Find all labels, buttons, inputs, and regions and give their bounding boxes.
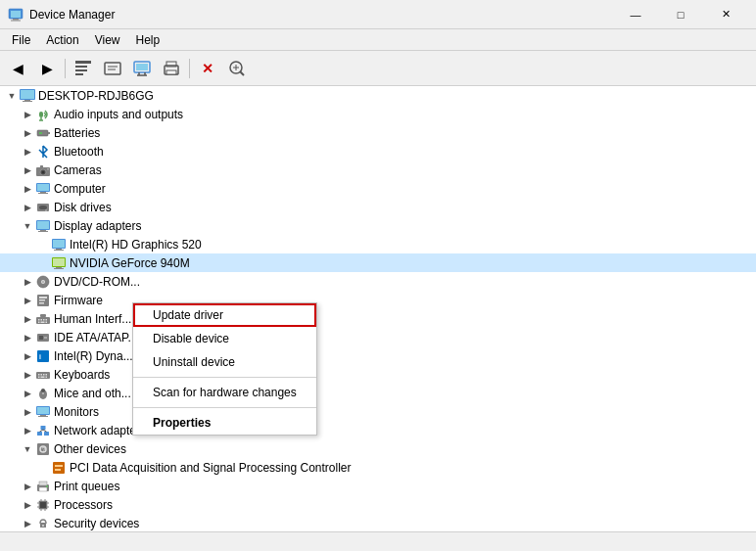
computer-expand[interactable]: ▶ xyxy=(20,181,35,197)
keyboards-expand[interactable]: ▶ xyxy=(20,367,35,383)
svg-rect-81 xyxy=(43,374,45,376)
ideata-expand[interactable]: ▶ xyxy=(20,330,35,345)
processors-expand[interactable]: ▶ xyxy=(20,497,35,513)
tree-item-diskdrives[interactable]: ▶ Disk drives xyxy=(0,198,756,216)
tree-item-otherdevices[interactable]: ▼ ? Other devices xyxy=(0,439,756,458)
svg-text:i: i xyxy=(39,353,41,360)
svg-rect-30 xyxy=(37,130,48,136)
context-menu-uninstall-device[interactable]: Uninstall device xyxy=(133,350,316,374)
tree-item-humaninterf[interactable]: ▶ Human Interf... xyxy=(0,309,756,328)
svg-rect-32 xyxy=(39,132,42,134)
svg-rect-6 xyxy=(75,69,87,71)
tree-item-intel-hd[interactable]: Intel(R) HD Graphics 520 xyxy=(0,235,756,253)
svg-line-97 xyxy=(43,430,47,432)
tree-item-keyboards[interactable]: ▶ Keyboards xyxy=(0,365,756,384)
printqueues-icon xyxy=(35,479,51,494)
mice-expand[interactable]: ▶ xyxy=(20,386,35,401)
toolbar-print[interactable] xyxy=(158,55,185,82)
displayadapters-label: Display adapters xyxy=(54,219,141,233)
toolbar-collapse[interactable] xyxy=(70,55,97,82)
processors-icon xyxy=(35,497,51,513)
diskdrives-label: Disk drives xyxy=(54,201,112,214)
dvd-label: DVD/CD-ROM... xyxy=(54,275,140,289)
svg-rect-40 xyxy=(40,192,46,193)
close-button[interactable]: ✕ xyxy=(703,0,748,29)
tree-item-processors[interactable]: ▶ Processors xyxy=(0,495,756,514)
menu-help[interactable]: Help xyxy=(128,31,168,49)
tree-view[interactable]: ▼ DESKTOP-RDJB6GG ▶ xyxy=(0,86,756,531)
minimize-button[interactable]: — xyxy=(613,0,658,29)
tree-item-bluetooth[interactable]: ▶ Bluetooth xyxy=(0,142,756,161)
svg-point-88 xyxy=(41,389,45,392)
tree-item-dvd[interactable]: ▶ DVD/CD-ROM... xyxy=(0,272,756,291)
svg-rect-67 xyxy=(43,319,45,321)
svg-rect-8 xyxy=(105,63,120,74)
svg-rect-2 xyxy=(13,19,19,21)
tree-item-cameras[interactable]: ▶ Cameras xyxy=(0,161,756,179)
tree-item-nvidia[interactable]: NVIDIA GeForce 940M xyxy=(0,253,756,272)
app-icon xyxy=(8,7,24,23)
svg-text:?: ? xyxy=(42,446,46,453)
svg-point-119 xyxy=(42,525,44,527)
tree-item-batteries[interactable]: ▶ Batteries xyxy=(0,123,756,142)
window-controls[interactable]: — □ ✕ xyxy=(613,0,748,29)
cameras-label: Cameras xyxy=(54,163,102,177)
tree-root[interactable]: ▼ DESKTOP-RDJB6GG xyxy=(0,86,756,105)
svg-rect-93 xyxy=(37,432,42,436)
svg-rect-95 xyxy=(41,426,46,430)
svg-rect-24 xyxy=(21,90,34,99)
tree-item-displayadapters[interactable]: ▼ Display adapters xyxy=(0,216,756,235)
displayadapters-expand[interactable]: ▼ xyxy=(20,218,35,234)
bluetooth-expand[interactable]: ▶ xyxy=(20,144,35,160)
tree-item-audio[interactable]: ▶ Audio inputs and outputs xyxy=(0,105,756,123)
menu-view[interactable]: View xyxy=(87,31,128,49)
toolbar-back[interactable]: ◀ xyxy=(4,55,31,82)
networkadapters-expand[interactable]: ▶ xyxy=(20,423,35,438)
tree-item-monitors[interactable]: ▶ Monitors xyxy=(0,402,756,421)
dvd-expand[interactable]: ▶ xyxy=(20,274,35,290)
root-expand-icon[interactable]: ▼ xyxy=(4,88,20,104)
tree-item-mice[interactable]: ▶ Mice and oth... xyxy=(0,384,756,402)
toolbar-forward[interactable]: ▶ xyxy=(33,55,61,82)
audio-expand[interactable]: ▶ xyxy=(20,107,35,122)
context-menu-disable-device[interactable]: Disable device xyxy=(133,327,316,350)
toolbar-monitor[interactable] xyxy=(128,55,156,82)
batteries-expand[interactable]: ▶ xyxy=(20,125,35,141)
svg-rect-75 xyxy=(44,337,47,339)
tree-item-firmware[interactable]: ▶ Firmware xyxy=(0,291,756,309)
toolbar-scan[interactable] xyxy=(223,55,251,82)
tree-item-pcidata[interactable]: PCI Data Acquisition and Signal Processi… xyxy=(0,458,756,477)
otherdevices-expand[interactable]: ▼ xyxy=(20,441,35,457)
printqueues-expand[interactable]: ▶ xyxy=(20,479,35,494)
context-menu-scan-hardware[interactable]: Scan for hardware changes xyxy=(133,381,316,404)
tree-item-printqueues[interactable]: ▶ Print queues xyxy=(0,477,756,495)
context-menu-properties[interactable]: Properties xyxy=(133,411,316,435)
svg-rect-85 xyxy=(46,376,48,378)
firmware-expand[interactable]: ▶ xyxy=(20,293,35,308)
maximize-button[interactable]: □ xyxy=(658,0,703,29)
securitydevices-expand[interactable]: ▶ xyxy=(20,516,35,531)
svg-rect-7 xyxy=(75,73,83,75)
menu-action[interactable]: Action xyxy=(38,31,86,49)
context-menu-separator xyxy=(133,377,316,378)
cameras-expand[interactable]: ▶ xyxy=(20,162,35,178)
monitors-expand[interactable]: ▶ xyxy=(20,404,35,420)
tree-item-securitydevices[interactable]: ▶ Security devices xyxy=(0,514,756,531)
context-menu: Update driver Disable device Uninstall d… xyxy=(132,302,317,436)
context-menu-update-driver[interactable]: Update driver xyxy=(133,303,316,327)
svg-rect-61 xyxy=(39,297,47,298)
tree-item-inteldyna[interactable]: ▶ i Intel(R) Dyna... xyxy=(0,346,756,365)
svg-line-96 xyxy=(40,430,44,432)
tree-item-ideata[interactable]: ▶ IDE ATA/ATAP... xyxy=(0,328,756,346)
tree-item-networkadapters[interactable]: ▶ Network adapters xyxy=(0,421,756,439)
humaninterf-expand[interactable]: ▶ xyxy=(20,311,35,327)
inteldyna-expand[interactable]: ▶ xyxy=(20,348,35,364)
toolbar-properties[interactable] xyxy=(99,55,126,82)
root-label: DESKTOP-RDJB6GG xyxy=(38,89,154,103)
tree-item-computer[interactable]: ▶ Computer xyxy=(0,179,756,198)
diskdrives-expand[interactable]: ▶ xyxy=(20,200,35,215)
svg-rect-51 xyxy=(56,249,62,250)
toolbar-delete[interactable]: ✕ xyxy=(194,55,221,82)
menu-file[interactable]: File xyxy=(4,31,38,49)
otherdevices-label: Other devices xyxy=(54,442,126,456)
